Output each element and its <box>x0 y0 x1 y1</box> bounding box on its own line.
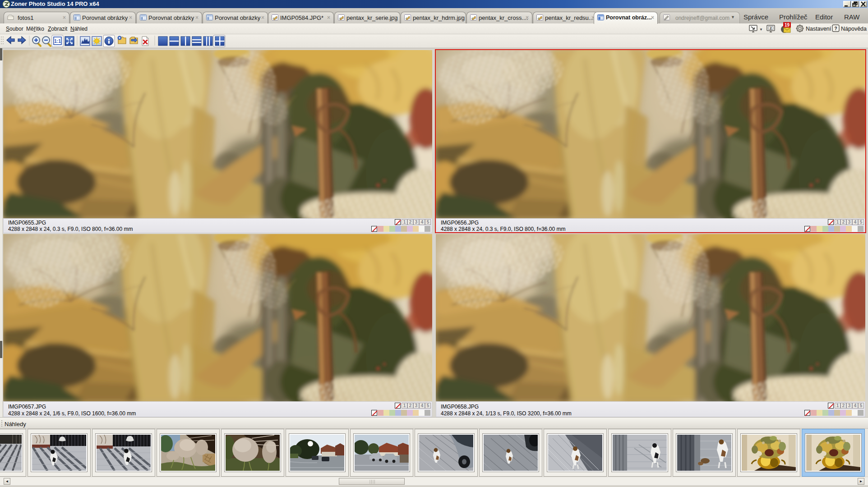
svg-text:1:1: 1:1 <box>54 39 61 44</box>
svg-text:2: 2 <box>770 27 772 30</box>
svg-text:?: ? <box>834 26 837 31</box>
svg-text:19: 19 <box>785 23 790 28</box>
